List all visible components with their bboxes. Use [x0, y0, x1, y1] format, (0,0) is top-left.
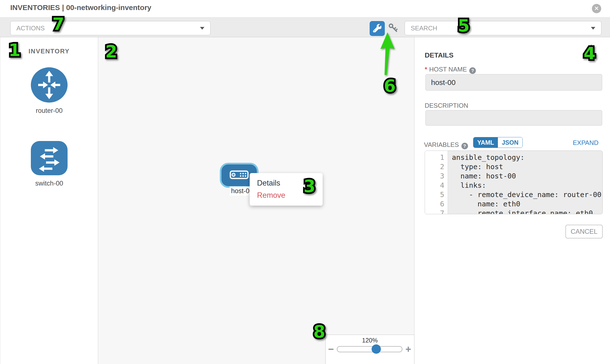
line-number: 1 — [425, 153, 448, 162]
code-line: type: host — [452, 162, 602, 171]
actions-dropdown[interactable]: ACTIONS — [10, 21, 210, 35]
required-marker: * — [425, 65, 427, 73]
editor-code[interactable]: ansible_topology: type: host name: host-… — [448, 151, 602, 214]
variables-label: VARIABLES — [424, 141, 459, 148]
details-panel: DETAILS *HOST NAME? DESCRIPTION VARIABLE… — [415, 37, 610, 364]
description-label: DESCRIPTION — [425, 102, 468, 109]
cancel-button[interactable]: CANCEL — [565, 225, 603, 238]
search-dropdown-label: SEARCH — [411, 25, 437, 32]
code-line: remote_interface_name: eth0 — [452, 208, 602, 214]
close-icon: ✕ — [594, 5, 599, 12]
code-line: name: eth0 — [452, 199, 602, 208]
code-line: - remote_device_name: router-00 — [452, 190, 602, 199]
header: INVENTORIES | 00-networking-inventory ✕ — [0, 0, 610, 17]
switch-icon — [31, 172, 67, 176]
host-node-label: host-00 — [230, 186, 250, 195]
host-name-label-row: *HOST NAME? — [425, 65, 476, 74]
line-number: 3 — [425, 171, 448, 181]
router-icon — [31, 99, 67, 103]
annotation-2: 22 — [105, 43, 117, 60]
toolbar: ACTIONS SEARCH — [0, 17, 610, 37]
close-button[interactable]: ✕ — [592, 4, 601, 13]
actions-dropdown-label: ACTIONS — [16, 25, 45, 32]
zoom-in-button[interactable]: + — [404, 345, 412, 353]
zoom-control: 120% − + — [325, 335, 415, 364]
zoom-slider-thumb[interactable] — [372, 344, 381, 354]
line-number: 5 — [425, 190, 448, 199]
details-panel-title: DETAILS — [425, 52, 454, 59]
line-number: 2 — [425, 162, 448, 171]
zoom-out-button[interactable]: − — [327, 345, 335, 353]
line-number: 4 — [425, 181, 448, 190]
code-line: name: host-00 — [452, 171, 602, 181]
expand-link[interactable]: EXPAND — [573, 139, 598, 147]
variables-label-row: VARIABLES? — [424, 141, 468, 149]
variables-format-toggle: YAML JSON — [473, 137, 523, 148]
palette-item-label: switch-00 — [0, 180, 98, 187]
help-icon[interactable]: ? — [469, 67, 476, 74]
code-line: ansible_topology: — [452, 153, 602, 162]
annotation-4: 44 — [584, 45, 596, 62]
palette-item-switch[interactable]: switch-00 — [0, 141, 98, 187]
topology-canvas[interactable]: host-00 Details Remove 120% − + — [98, 37, 415, 364]
annotation-3: 33 — [304, 178, 315, 195]
annotation-1: 11 — [9, 42, 21, 59]
page-title: INVENTORIES | 00-networking-inventory — [10, 3, 151, 12]
zoom-level: 120% — [325, 337, 414, 344]
line-number: 7 — [425, 208, 448, 214]
host-name-input[interactable] — [426, 74, 602, 91]
description-input[interactable] — [426, 110, 602, 126]
host-name-label: HOST NAME — [429, 65, 467, 73]
chevron-down-icon — [200, 27, 204, 30]
host-icon — [230, 170, 249, 180]
palette-item-label: router-00 — [0, 107, 98, 115]
chevron-down-icon — [591, 27, 595, 30]
annotation-7: 77 — [52, 15, 64, 33]
annotation-8: 88 — [313, 323, 325, 340]
annotation-5: 55 — [458, 17, 470, 34]
toggle-yaml[interactable]: YAML — [473, 137, 498, 148]
zoom-slider-track[interactable] — [337, 346, 402, 352]
editor-line-numbers: 1 2 3 4 5 6 7 — [425, 151, 448, 214]
variables-editor[interactable]: 1 2 3 4 5 6 7 ansible_topology: type: ho… — [425, 151, 603, 214]
annotation-6: 66 — [384, 77, 396, 94]
annotation-arrow-icon — [376, 32, 399, 77]
help-icon[interactable]: ? — [461, 143, 468, 149]
code-line: links: — [452, 181, 602, 190]
palette-item-router[interactable]: router-00 — [0, 67, 98, 115]
line-number: 6 — [425, 199, 448, 208]
inventory-sidebar: INVENTORY router-00 — [0, 37, 98, 364]
toggle-json[interactable]: JSON — [498, 137, 522, 148]
search-dropdown[interactable]: SEARCH — [405, 21, 601, 35]
inventory-topology-page: INVENTORIES | 00-networking-inventory ✕ … — [0, 0, 610, 364]
